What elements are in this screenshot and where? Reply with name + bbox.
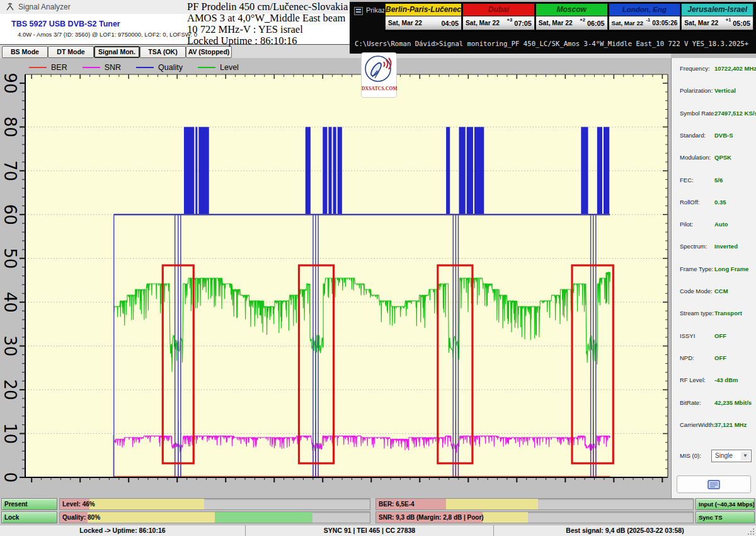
parameter-value: 10722,402 MHz xyxy=(714,65,756,72)
clock-utc-offset: +1 xyxy=(726,17,731,23)
annotation-line: PF Prodelin 450 cm/Lučenec-Slovakia xyxy=(187,1,351,13)
y-axis-label: 0 xyxy=(1,472,20,483)
parameter-label: CarrierWidth: xyxy=(680,421,715,428)
tuner-subtitle: 4.0W - Amos 3/7 (ID: 3560) @ LOF1: 97500… xyxy=(18,31,197,38)
sidebar-row-symbolrate: Symbol Rate:27497,512 KS/s xyxy=(672,110,756,119)
parameter-label: Pilot: xyxy=(680,221,693,228)
meter-bar: Level: 46% xyxy=(59,498,370,510)
tab-dt-mode[interactable]: DT Mode xyxy=(48,46,94,58)
y-axis-label: 20 xyxy=(1,380,20,400)
legend-item-ber: BER xyxy=(29,63,67,72)
parameter-value: 42,235 Mbit/s xyxy=(714,399,752,406)
legend-line-sample xyxy=(83,67,100,68)
tab-av-stopped-[interactable]: AV (Stopped) xyxy=(186,46,232,58)
status-chip-right: Input (~40,34 Mbps) xyxy=(696,498,755,510)
meter-row: PresentLevel: 46%BER: 6,5E-4Input (~40,3… xyxy=(0,498,756,510)
quality-burst xyxy=(333,127,336,214)
clock-date-text: Sat, Mar 22 xyxy=(466,20,500,26)
legend-item-quality: Quality xyxy=(136,63,183,72)
sidebar-save-button[interactable] xyxy=(677,475,751,493)
clock-date-row: Sat, Mar 22+105:05 xyxy=(681,16,753,30)
parameter-label: Stream type: xyxy=(680,310,714,317)
dxsatcs-logo-text: DXSATCS.COM xyxy=(362,86,396,91)
clock-date-text: Sat, Mar 22 xyxy=(612,20,644,26)
status-chip-right: Sync TS xyxy=(696,511,755,523)
sidebar-row-npd: NPD:OFF xyxy=(672,354,756,363)
meter-label: Quality: 80% xyxy=(62,512,100,523)
resize-grip[interactable] xyxy=(747,528,755,536)
sidebar-row-bitrate: BitRate:42,235 Mbit/s xyxy=(672,399,756,408)
parameter-label: Frequency: xyxy=(680,65,710,72)
chevron-down-icon: ▼ xyxy=(741,452,750,460)
y-axis-label: 30 xyxy=(1,335,20,356)
tab-bs-mode[interactable]: BS Mode xyxy=(2,46,48,58)
quality-burst xyxy=(446,127,450,214)
legend-line-sample xyxy=(198,67,215,68)
meter-segment-yellow xyxy=(446,499,538,510)
sidebar-row-carrierwidth: CarrierWidth:37,121 MHz xyxy=(672,421,756,430)
clock-utc-offset: +2 xyxy=(580,17,585,23)
sidebar-row-codemode: Code Mode:CCM xyxy=(672,288,756,296)
tuner-title: TBS 5927 USB DVB-S2 Tuner xyxy=(11,20,120,28)
quality-burst xyxy=(467,127,473,214)
clock-time: 03:05:26 xyxy=(652,20,677,26)
meter-label: Level: 46% xyxy=(62,499,95,510)
parameter-label: Code Mode: xyxy=(680,288,713,294)
meter-segment-yellow xyxy=(483,512,529,523)
parameter-label: ISSYI xyxy=(680,332,695,339)
parameter-label: Frame Type: xyxy=(680,265,713,272)
sidebar-row-spectrum: Spectrum:Inverted xyxy=(672,243,756,252)
parameter-value: OFF xyxy=(714,354,726,361)
dxsatcs-logo: DXSATCS.COM xyxy=(361,52,397,98)
legend-item-level: Level xyxy=(198,63,239,72)
sidebar-row-issyi: ISSYIOFF xyxy=(672,332,756,341)
parameter-value: 5/6 xyxy=(714,177,723,184)
quality-burst xyxy=(459,127,466,214)
parameter-value: 0.35 xyxy=(714,199,726,206)
signal-analyzer-screen: Signal Analyzer TBS 5927 USB DVB-S2 Tune… xyxy=(0,0,756,536)
parameter-label: Spectrum: xyxy=(680,243,707,250)
parameter-label: Polarization: xyxy=(680,87,713,94)
status-uptime: Locked -> Uptime: 86:10:16 xyxy=(0,525,246,536)
y-axis-label: 80 xyxy=(1,117,20,137)
y-axis-label: 50 xyxy=(1,248,20,269)
parameter-label: BitRate: xyxy=(680,399,701,406)
parameter-label: Symbol Rate: xyxy=(680,110,716,117)
clock-city-label: Dubai xyxy=(462,3,535,16)
legend-label: BER xyxy=(51,63,67,72)
parameter-value: OFF xyxy=(714,332,726,339)
clock-column: MoscowSat, Mar 22+206:05 xyxy=(535,3,608,32)
parameter-value: Vertical xyxy=(714,87,736,94)
meter-bar: SNR: 9,3 dB (Margin: 2,8 dB | Poor) xyxy=(375,511,694,523)
clock-date-row: Sat, Mar 2204:05 xyxy=(385,16,462,30)
tab-signal-mon-[interactable]: Signal Mon. xyxy=(94,46,140,58)
legend-line-sample xyxy=(29,67,47,68)
status-sync-counters: SYNC 91 | TEI 465 | CC 27838 xyxy=(246,525,494,536)
meter-bar: Quality: 80% xyxy=(59,511,370,523)
clock-date-row: Sat, Mar 22+206:05 xyxy=(536,16,608,30)
monitor-icon xyxy=(707,480,720,489)
clock-utc-offset: +3 xyxy=(507,17,513,23)
tab-tsa-ok-[interactable]: TSA (OK) xyxy=(140,46,186,58)
parameter-value: DVB-S xyxy=(714,132,733,139)
mis-label: MIS (0): xyxy=(680,452,701,459)
clock-column: DubaiSat, Mar 22+307:05 xyxy=(462,3,535,32)
parameter-value: CCM xyxy=(714,288,728,294)
y-axis-label: 10 xyxy=(1,423,20,444)
parameter-value: Long Frame xyxy=(714,265,748,272)
sidebar-row-fec: FEC:5/6 xyxy=(672,177,756,185)
sidebar-row-frequency: Frequency:10722,402 MHz xyxy=(672,65,756,74)
quality-burst xyxy=(581,127,588,214)
parameter-value: -43 dBm xyxy=(714,376,738,383)
sidebar-row-rolloff: RollOff:0.35 xyxy=(672,199,756,207)
legend-item-snr: SNR xyxy=(83,63,121,72)
mis-dropdown[interactable]: Single ▼ xyxy=(711,450,752,462)
status-bar: Locked -> Uptime: 86:10:16 SYNC 91 | TEI… xyxy=(0,525,756,536)
app-title: Signal Analyzer xyxy=(18,3,71,11)
sidebar-row-polarization: Polarization:Vertical xyxy=(672,87,756,96)
meter-row: LockQuality: 80%SNR: 9,3 dB (Margin: 2,8… xyxy=(0,511,756,523)
command-prompt-text: C:\Users\Roman Dávid>Signal monitoring_P… xyxy=(355,40,754,47)
parameter-label: RF Level: xyxy=(680,376,706,383)
quality-burst xyxy=(597,127,602,214)
satellite-dish-icon xyxy=(362,53,396,84)
